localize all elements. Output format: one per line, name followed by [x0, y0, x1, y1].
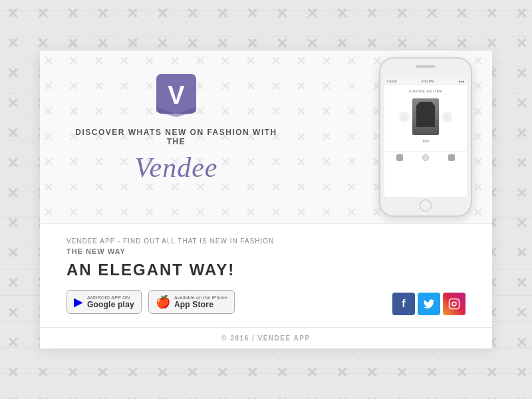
phone-time: 9:41 PM [422, 79, 434, 83]
bg-x-decoration: ✕ [276, 396, 288, 399]
bg-x-decoration: ✕ [7, 396, 19, 399]
bg-x-decoration: ✕ [7, 186, 19, 201]
card-x-decoration: ✕ [321, 79, 331, 94]
footer-text: © 2016 / VENDEE APP [66, 334, 466, 342]
footer: © 2016 / VENDEE APP [40, 327, 492, 348]
phone-nav-more [448, 154, 455, 161]
bg-x-decoration: ✕ [306, 37, 318, 51]
card-x-decoration: ✕ [170, 54, 180, 68]
bg-x-decoration: ✕ [216, 7, 228, 21]
card-x-decoration: ✕ [321, 180, 331, 195]
bg-x-decoration: ✕ [96, 366, 108, 380]
google-play-button[interactable]: ▶ ANDROID APP ON Google play [66, 290, 142, 314]
bg-x-decoration: ✕ [7, 276, 19, 291]
card-x-decoration: ✕ [473, 155, 483, 170]
bg-x-decoration: ✕ [216, 366, 228, 380]
card-x-decoration: ✕ [296, 54, 306, 68]
phone-outer: Carrier 9:41 PM ●●● CHOOSE AN ITEM ‹ › T… [379, 57, 472, 217]
card-x-decoration: ✕ [296, 130, 306, 144]
card-x-decoration: ✕ [321, 205, 331, 220]
instagram-icon[interactable] [443, 293, 466, 315]
card-x-decoration: ✕ [271, 54, 281, 68]
bg-x-decoration: ✕ [7, 366, 19, 380]
bg-x-decoration: ✕ [276, 7, 288, 21]
phone-screen: Carrier 9:41 PM ●●● CHOOSE AN ITEM ‹ › T… [384, 77, 467, 197]
card-x-decoration: ✕ [321, 130, 331, 144]
svg-text:V: V [168, 81, 185, 109]
bg-x-decoration: ✕ [186, 7, 198, 21]
google-play-icon: ▶ [74, 296, 83, 308]
bg-x-decoration: ✕ [7, 216, 19, 231]
bg-x-decoration: ✕ [515, 7, 527, 21]
card-x-decoration: ✕ [346, 104, 356, 119]
bg-x-decoration: ✕ [7, 37, 19, 51]
bg-x-decoration: ✕ [515, 126, 527, 141]
main-card: ✕✕✕✕✕✕✕✕✕✕✕✕✕✕✕✕✕✕✕✕✕✕✕✕✕✕✕✕✕✕✕✕✕✕✕✕✕✕✕✕… [40, 51, 492, 348]
svg-point-4 [452, 302, 456, 306]
bg-x-decoration: ✕ [515, 336, 527, 350]
facebook-icon[interactable]: f [392, 293, 415, 315]
bg-x-decoration: ✕ [216, 37, 228, 51]
app-store-available: Available on the iPhone [174, 295, 227, 300]
bg-x-decoration: ✕ [515, 156, 527, 171]
bg-x-decoration: ✕ [96, 7, 108, 21]
card-x-decoration: ✕ [346, 79, 356, 94]
twitter-icon[interactable] [418, 293, 440, 315]
phone-left-arrow: ‹ [399, 112, 410, 122]
bg-x-decoration: ✕ [66, 366, 78, 380]
card-x-decoration: ✕ [473, 79, 483, 94]
bg-x-decoration: ✕ [276, 366, 288, 380]
card-x-decoration: ✕ [245, 205, 255, 220]
card-x-decoration: ✕ [321, 104, 331, 119]
card-x-decoration: ✕ [68, 205, 78, 220]
bg-x-decoration: ✕ [186, 366, 198, 380]
footer-copyright: © 2016 / VENDEE APP [221, 334, 310, 342]
bg-x-decoration: ✕ [7, 7, 19, 21]
bg-x-decoration: ✕ [515, 396, 527, 399]
google-play-name: Google play [87, 300, 134, 309]
card-x-decoration: ✕ [321, 155, 331, 170]
phone-item-display: ‹ › [387, 98, 464, 135]
phone-app-content: CHOOSE AN ITEM ‹ › Tops [384, 85, 467, 151]
app-store-button[interactable]: 🍎 Available on the iPhone App Store [148, 290, 235, 314]
tagline-large: AN ELEGANT WAY! [66, 261, 466, 279]
phone-mockup: Carrier 9:41 PM ●●● CHOOSE AN ITEM ‹ › T… [379, 57, 472, 217]
bg-x-decoration: ✕ [515, 276, 527, 291]
social-icons: f [392, 293, 466, 315]
card-x-decoration: ✕ [43, 205, 53, 220]
card-x-decoration: ✕ [346, 155, 356, 170]
bg-x-decoration: ✕ [37, 366, 49, 380]
bg-x-decoration: ✕ [336, 396, 348, 399]
app-store-text: Available on the iPhone App Store [174, 295, 227, 309]
bg-x-decoration: ✕ [156, 366, 168, 380]
bg-x-decoration: ✕ [336, 7, 348, 21]
card-x-decoration: ✕ [473, 130, 483, 144]
bg-x-decoration: ✕ [515, 246, 527, 261]
bg-x-decoration: ✕ [456, 7, 467, 21]
bg-x-decoration: ✕ [515, 96, 527, 111]
card-x-decoration: ✕ [296, 180, 306, 195]
bg-x-decoration: ✕ [515, 37, 527, 51]
bg-x-decoration: ✕ [156, 37, 168, 51]
card-x-decoration: ✕ [195, 205, 205, 220]
bg-x-decoration: ✕ [396, 396, 408, 399]
card-x-decoration: ✕ [195, 54, 205, 68]
bg-x-decoration: ✕ [366, 37, 378, 51]
bg-x-decoration: ✕ [7, 156, 19, 171]
bg-x-decoration: ✕ [366, 7, 378, 21]
bg-x-decoration: ✕ [156, 396, 168, 399]
bg-x-decoration: ✕ [246, 7, 258, 21]
card-x-decoration: ✕ [43, 130, 53, 144]
bg-x-decoration: ✕ [515, 306, 527, 321]
bg-x-decoration: ✕ [126, 7, 138, 21]
card-x-decoration: ✕ [473, 205, 483, 220]
bg-x-decoration: ✕ [485, 396, 497, 399]
bg-x-decoration: ✕ [426, 396, 438, 399]
phone-item-image [412, 98, 439, 135]
phone-item-label: Tops [387, 139, 464, 143]
card-x-decoration: ✕ [473, 104, 483, 119]
card-x-decoration: ✕ [43, 155, 53, 170]
svg-rect-3 [450, 299, 460, 309]
bg-x-decoration: ✕ [96, 396, 108, 399]
card-x-decoration: ✕ [43, 180, 53, 195]
